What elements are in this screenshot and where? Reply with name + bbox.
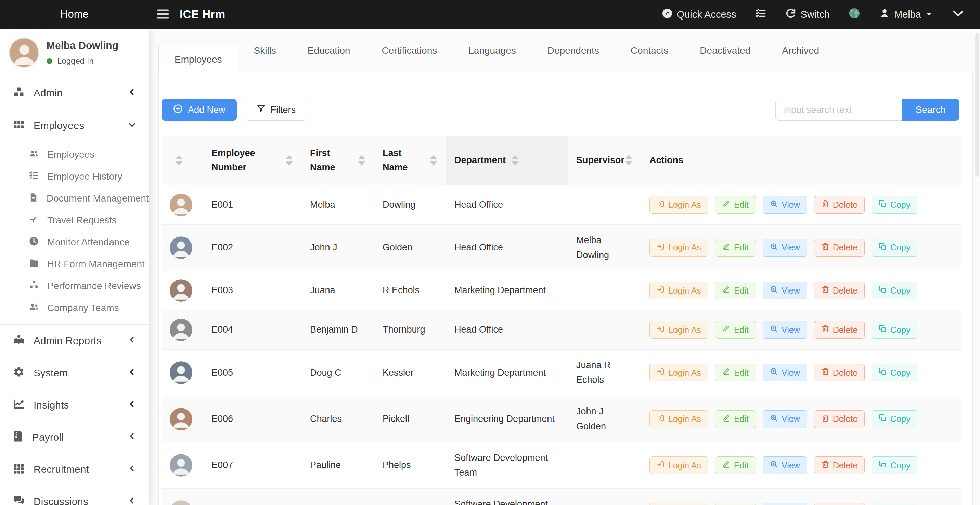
delete-button[interactable]: Delete [814, 503, 865, 505]
language-globe-button[interactable] [848, 7, 861, 22]
view-button[interactable]: View [763, 410, 807, 428]
sidebar-item-company-teams[interactable]: Company Teams [0, 297, 149, 319]
view-button[interactable]: View [763, 321, 807, 339]
add-new-button[interactable]: Add New [162, 99, 237, 121]
column-header-last-name[interactable]: Last Name [374, 136, 446, 185]
edit-button[interactable]: Edit [715, 410, 756, 428]
filters-button[interactable]: Filters [245, 99, 307, 121]
sidebar-item-employee-history[interactable]: Employee History [0, 165, 149, 187]
view-button[interactable]: View [763, 503, 807, 505]
sorter-icon[interactable] [511, 155, 519, 165]
sidebar-item-hr-form-management[interactable]: HR Form Management [0, 253, 149, 275]
tab-bar: Employees Skills Education Certification… [149, 29, 980, 73]
edit-button[interactable]: Edit [715, 321, 756, 339]
profile-card[interactable]: Melba Dowling Logged In [0, 29, 149, 77]
sidebar-item-performance-reviews[interactable]: Performance Reviews [0, 275, 149, 297]
login-as-button[interactable]: Login As [649, 503, 708, 505]
sorter-icon[interactable] [625, 155, 632, 165]
tab-contacts[interactable]: Contacts [615, 29, 684, 73]
edit-button[interactable]: Edit [715, 281, 756, 299]
chevron-left-icon [127, 496, 137, 505]
collapse-topbar-button[interactable] [951, 6, 965, 22]
copy-button[interactable]: Copy [872, 239, 917, 257]
tab-certifications[interactable]: Certifications [366, 29, 453, 73]
sidebar-item-document-management[interactable]: Document Management [0, 187, 149, 210]
sidebar-item-label: Recruitment [33, 464, 89, 475]
sidebar-toggle-button[interactable] [156, 8, 171, 21]
view-button[interactable]: View [763, 456, 807, 474]
tab-skills[interactable]: Skills [238, 29, 292, 73]
sidebar-item-insights[interactable]: Insights [0, 389, 149, 421]
sidebar-item-discussions[interactable]: Discussions [0, 486, 149, 505]
sorter-icon[interactable] [358, 155, 366, 165]
login-as-button[interactable]: Login As [649, 321, 708, 339]
delete-button[interactable]: Delete [814, 281, 865, 299]
copy-button[interactable]: Copy [872, 364, 917, 381]
home-link[interactable]: Home [0, 8, 149, 21]
todo-list-button[interactable] [755, 8, 767, 22]
tab-archived[interactable]: Archived [766, 29, 835, 73]
search-input[interactable] [775, 99, 902, 121]
copy-button[interactable]: Copy [872, 456, 917, 474]
login-as-button[interactable]: Login As [649, 456, 708, 474]
sidebar-item-recruitment[interactable]: Recruitment [0, 453, 149, 486]
sidebar-item-admin-reports[interactable]: Admin Reports [0, 325, 149, 357]
sorter-icon[interactable] [285, 155, 293, 165]
edit-button[interactable]: Edit [715, 196, 756, 214]
sidebar-item-system[interactable]: System [0, 357, 149, 389]
user-menu[interactable]: Melba [879, 8, 933, 21]
login-as-button[interactable]: Login As [649, 239, 708, 257]
view-button[interactable]: View [763, 239, 807, 257]
copy-button[interactable]: Copy [872, 410, 917, 428]
delete-button[interactable]: Delete [814, 321, 865, 339]
copy-label: Copy [890, 325, 910, 335]
tab-education[interactable]: Education [292, 29, 366, 73]
copy-button[interactable]: Copy [872, 503, 917, 505]
tab-dependents[interactable]: Dependents [532, 29, 615, 73]
quick-access-button[interactable]: Quick Access [662, 8, 737, 21]
tab-languages[interactable]: Languages [453, 29, 532, 73]
delete-button[interactable]: Delete [814, 410, 865, 428]
department-cell: Head Office [446, 185, 568, 224]
page-scrollbar[interactable] [975, 33, 979, 176]
copy-button[interactable]: Copy [872, 321, 917, 339]
copy-button[interactable]: Copy [872, 196, 917, 214]
column-header-employee-number[interactable]: Employee Number [203, 136, 302, 185]
delete-button[interactable]: Delete [814, 239, 865, 257]
sidebar-item-employees[interactable]: Employees [0, 144, 149, 165]
view-button[interactable]: View [763, 281, 807, 299]
edit-button[interactable]: Edit [715, 456, 756, 474]
edit-button[interactable]: Edit [715, 364, 756, 381]
view-button[interactable]: View [763, 364, 807, 381]
tab-deactivated[interactable]: Deactivated [684, 29, 766, 73]
sorter-icon[interactable] [175, 155, 183, 165]
supervisor-cell: Melba Dowling [568, 224, 641, 271]
sidebar-item-payroll[interactable]: Payroll [0, 421, 149, 453]
sidebar-item-travel-requests[interactable]: Travel Requests [0, 210, 149, 231]
sidebar-item-monitor-attendance[interactable]: Monitor Attendance [0, 231, 149, 253]
login-as-button[interactable]: Login As [649, 364, 708, 381]
edit-button[interactable]: Edit [715, 503, 756, 505]
copy-button[interactable]: Copy [872, 281, 917, 299]
first-name-cell: Jun [302, 489, 374, 505]
actions-cell: Login As Edit View [641, 310, 961, 350]
login-as-button[interactable]: Login As [649, 410, 708, 428]
column-header-first-name[interactable]: First Name [302, 136, 374, 185]
payroll-file-icon [13, 430, 23, 445]
delete-button[interactable]: Delete [814, 196, 865, 214]
tab-employees[interactable]: Employees [158, 46, 238, 73]
sidebar-item-employees-group[interactable]: Employees [0, 110, 149, 141]
sidebar-item-admin[interactable]: Admin [0, 77, 149, 109]
column-header-department[interactable]: Department [446, 136, 568, 185]
delete-button[interactable]: Delete [814, 364, 865, 381]
view-button[interactable]: View [763, 196, 807, 214]
switch-button[interactable]: Switch [785, 8, 830, 22]
column-header-sort[interactable] [162, 136, 203, 185]
column-header-supervisor[interactable]: Supervisor [568, 136, 641, 185]
sorter-icon[interactable] [430, 155, 437, 165]
login-as-button[interactable]: Login As [649, 281, 708, 299]
login-as-button[interactable]: Login As [649, 196, 708, 214]
search-button[interactable]: Search [902, 99, 959, 121]
edit-button[interactable]: Edit [715, 239, 756, 257]
delete-button[interactable]: Delete [814, 456, 865, 474]
